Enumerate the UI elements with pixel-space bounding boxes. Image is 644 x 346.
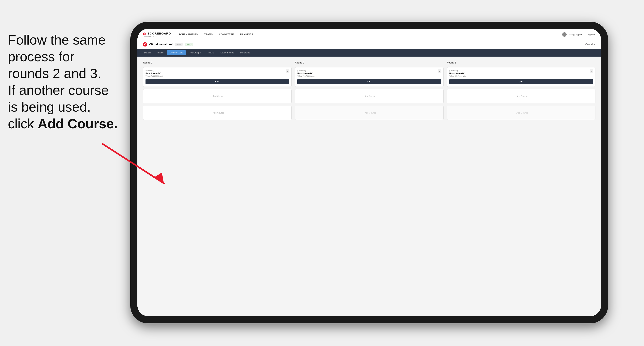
delete-r1-icon[interactable]: ✕ bbox=[286, 69, 290, 73]
add-course-label-r2-1: Add Course bbox=[365, 95, 376, 97]
course-label-r1: (Course A) bbox=[146, 70, 289, 72]
add-course-r1-1[interactable]: + Add Course bbox=[143, 89, 292, 103]
edit-r3-button[interactable]: Edit bbox=[449, 79, 593, 84]
tabs-bar: Details Teams Course Setup Tee Groups Re… bbox=[138, 49, 601, 57]
round-3-column: Round 3 ✕ (Course A) Peachtree GC Yellow… bbox=[447, 61, 596, 120]
course-details-r3: Yellow (M) (6629 yds) bbox=[449, 75, 593, 77]
nav-links: TOURNAMENTS TEAMS COMMITTEE RANKINGS bbox=[179, 33, 562, 36]
course-name-r3: Peachtree GC bbox=[449, 72, 593, 75]
plus-icon-r2-1: + bbox=[362, 95, 364, 98]
add-course-r2-1[interactable]: + Add Course bbox=[295, 89, 444, 103]
edit-r2-button[interactable]: Edit bbox=[297, 79, 441, 84]
user-avatar bbox=[562, 32, 566, 37]
user-email: blair@clippd.io bbox=[568, 33, 583, 36]
add-course-r1-2[interactable]: + Add Course bbox=[143, 106, 292, 120]
tablet-frame: C SCOREBOARD Powered by clippd TOURNAMEN… bbox=[130, 22, 608, 323]
instruction-bold: Add Course. bbox=[38, 116, 118, 131]
tab-teams[interactable]: Teams bbox=[154, 50, 166, 55]
round-3-title: Round 3 bbox=[447, 61, 596, 64]
course-label-r2: (Course A) bbox=[297, 70, 441, 72]
instruction-line5: is being used, bbox=[8, 99, 91, 114]
instruction-line3: rounds 2 and 3. bbox=[8, 66, 101, 81]
tab-details[interactable]: Details bbox=[141, 50, 154, 55]
cancel-x-icon: ✕ bbox=[594, 43, 596, 46]
nav-tournaments[interactable]: TOURNAMENTS bbox=[179, 33, 198, 36]
add-course-r3-2[interactable]: + Add Course bbox=[447, 106, 596, 120]
add-course-label-r3-2: Add Course bbox=[516, 112, 528, 114]
scoreboard-logo: C SCOREBOARD Powered by clippd bbox=[143, 32, 171, 37]
nav-separator: | bbox=[585, 33, 586, 36]
course-card-r1: ✕ (Course A) Peachtree GC Yellow (M) (66… bbox=[143, 67, 292, 87]
delete-r3-icon[interactable]: ✕ bbox=[590, 69, 593, 73]
tab-printables[interactable]: Printables bbox=[238, 50, 253, 55]
add-course-r3-1[interactable]: + Add Course bbox=[447, 89, 596, 103]
instruction-panel: Follow the same process for rounds 2 and… bbox=[0, 31, 126, 132]
instruction-line6: click bbox=[8, 116, 38, 131]
course-card-r2: ✕ (Course A) Peachtree GC Yellow (M) (66… bbox=[295, 67, 444, 87]
round-2-title: Round 2 bbox=[295, 61, 444, 64]
top-nav: C SCOREBOARD Powered by clippd TOURNAMEN… bbox=[138, 29, 601, 40]
add-course-label-r3-1: Add Course bbox=[516, 95, 528, 97]
nav-rankings[interactable]: RANKINGS bbox=[240, 33, 253, 36]
tablet-screen: C SCOREBOARD Powered by clippd TOURNAMEN… bbox=[138, 29, 601, 316]
edit-r1-button[interactable]: Edit bbox=[146, 79, 289, 84]
nav-teams[interactable]: TEAMS bbox=[204, 33, 213, 36]
course-name-r1: Peachtree GC bbox=[146, 72, 289, 75]
plus-icon-r2-2: + bbox=[362, 111, 364, 114]
add-course-r2-2[interactable]: + Add Course bbox=[295, 106, 444, 120]
add-course-label-r2-2: Add Course bbox=[365, 112, 376, 114]
tournament-title: C Clippd Invitational (Men) Hosting bbox=[143, 42, 193, 46]
tab-results[interactable]: Results bbox=[204, 50, 217, 55]
round-1-column: Round 1 ✕ (Course A) Peachtree GC Yellow… bbox=[143, 61, 292, 120]
course-details-r2: Yellow (M) (6629 yds) bbox=[297, 75, 441, 77]
tab-tee-groups[interactable]: Tee Groups bbox=[186, 50, 203, 55]
course-details-r1: Yellow (M) (6629 yds) bbox=[146, 75, 289, 77]
tournament-header: C Clippd Invitational (Men) Hosting Canc… bbox=[138, 40, 601, 49]
clippd-logo: C bbox=[143, 42, 147, 46]
round-1-title: Round 1 bbox=[143, 61, 292, 64]
course-card-r3: ✕ (Course A) Peachtree GC Yellow (M) (66… bbox=[447, 67, 596, 87]
logo-main: C SCOREBOARD bbox=[143, 32, 171, 35]
plus-icon: + bbox=[210, 95, 212, 98]
add-course-label-r1-2: Add Course bbox=[213, 112, 224, 114]
tab-leaderboards[interactable]: Leaderboards bbox=[218, 50, 237, 55]
hosting-badge: Hosting bbox=[184, 43, 194, 46]
rounds-grid: Round 1 ✕ (Course A) Peachtree GC Yellow… bbox=[143, 61, 596, 120]
instruction-line4: If another course bbox=[8, 83, 108, 98]
logo-sub: Powered by clippd bbox=[143, 35, 171, 37]
plus-icon-r3-2: + bbox=[514, 111, 516, 114]
add-course-label-r1-1: Add Course bbox=[213, 95, 224, 97]
plus-icon-2: + bbox=[210, 111, 212, 114]
main-content: Round 1 ✕ (Course A) Peachtree GC Yellow… bbox=[138, 57, 601, 313]
tab-course-setup[interactable]: Course Setup bbox=[167, 50, 186, 55]
nav-right: blair@clippd.io | Sign out bbox=[562, 32, 596, 37]
course-label-r3: (Course A) bbox=[449, 70, 593, 72]
cancel-button[interactable]: Cancel ✕ bbox=[585, 43, 596, 46]
delete-r2-icon[interactable]: ✕ bbox=[438, 69, 442, 73]
plus-icon-r3-1: + bbox=[514, 95, 516, 98]
tournament-badge: (Men) bbox=[175, 43, 182, 46]
course-name-r2: Peachtree GC bbox=[297, 72, 441, 75]
round-2-column: Round 2 ✕ (Course A) Peachtree GC Yellow… bbox=[295, 61, 444, 120]
sign-out-link[interactable]: Sign out bbox=[588, 33, 596, 36]
tournament-name: Clippd Invitational bbox=[149, 43, 173, 46]
instruction-line1: Follow the same bbox=[8, 32, 106, 47]
logo-c-icon: C bbox=[143, 32, 146, 35]
instruction-line2: process for bbox=[8, 49, 74, 64]
nav-committee[interactable]: COMMITTEE bbox=[219, 33, 234, 36]
